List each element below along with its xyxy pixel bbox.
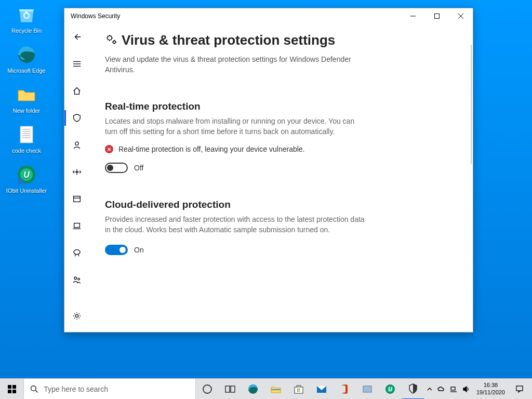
desktop-document[interactable]: code check	[3, 123, 50, 154]
section-title: Cloud-delivered protection	[105, 199, 452, 210]
gear-pair-icon	[105, 33, 117, 48]
error-icon: ✕	[105, 145, 113, 153]
start-button[interactable]	[0, 379, 23, 400]
iobit-icon: U	[15, 163, 38, 186]
section-desc: Provides increased and faster protection…	[105, 215, 365, 235]
edge-icon	[15, 43, 38, 66]
svg-point-27	[75, 314, 78, 317]
realtime-toggle[interactable]	[105, 163, 128, 173]
section-realtime: Real-time protection Locates and stops m…	[105, 101, 452, 173]
page-title: Virus & threat protection settings	[122, 32, 335, 48]
nav-rail	[64, 24, 89, 332]
document-icon	[15, 123, 38, 146]
system-tray: 16:38 19/11/2020	[424, 379, 532, 400]
minimize-button[interactable]	[401, 8, 425, 24]
svg-rect-30	[8, 385, 11, 389]
svg-rect-45	[299, 390, 300, 392]
svg-rect-42	[297, 389, 299, 390]
taskbar-edge[interactable]	[242, 379, 264, 400]
svg-rect-40	[271, 389, 281, 390]
svg-text:U: U	[388, 387, 392, 392]
nav-account[interactable]	[66, 136, 87, 154]
taskbar-app-generic[interactable]	[356, 379, 379, 400]
task-view-button[interactable]	[219, 379, 242, 400]
desktop-icon-label: Microsoft Edge	[7, 68, 45, 74]
svg-rect-21	[74, 196, 81, 202]
taskbar-search[interactable]: Type here to search	[23, 379, 196, 400]
scroll-indicator[interactable]	[471, 45, 472, 164]
svg-line-35	[36, 390, 38, 392]
svg-rect-43	[299, 389, 300, 390]
svg-rect-41	[295, 387, 303, 393]
svg-rect-11	[18, 179, 23, 184]
svg-rect-53	[516, 386, 523, 391]
tray-overflow[interactable]	[424, 379, 435, 400]
svg-point-26	[78, 278, 80, 280]
svg-point-25	[74, 277, 77, 280]
svg-point-29	[113, 41, 116, 43]
taskbar-explorer[interactable]	[264, 379, 287, 400]
svg-point-34	[31, 385, 36, 391]
svg-text:U: U	[23, 170, 30, 179]
hamburger-button[interactable]	[66, 55, 87, 73]
page-subtitle: View and update the virus & threat prote…	[105, 55, 354, 75]
desktop-folder[interactable]: New folder	[3, 83, 50, 114]
taskbar: Type here to search U 16:38 19/11/2020	[0, 378, 532, 399]
search-placeholder: Type here to search	[44, 385, 108, 393]
desktop-icon-label: IObit Uninstaller	[6, 188, 47, 194]
cortana-button[interactable]	[196, 379, 219, 400]
svg-point-36	[203, 385, 211, 393]
nav-device-security[interactable]	[66, 217, 87, 235]
recycle-bin-icon	[15, 3, 38, 26]
svg-rect-31	[12, 385, 16, 389]
folder-icon	[15, 83, 38, 106]
taskbar-clock[interactable]: 16:38 19/11/2020	[472, 382, 509, 395]
toggle-state-label: Off	[134, 164, 143, 172]
svg-point-28	[108, 36, 112, 40]
svg-rect-44	[297, 390, 299, 392]
svg-rect-2	[20, 126, 33, 143]
taskbar-store[interactable]	[287, 379, 310, 400]
taskbar-security[interactable]	[402, 379, 424, 400]
windows-security-window: Windows Security	[64, 8, 473, 332]
window-title: Windows Security	[71, 12, 120, 20]
nav-family[interactable]	[66, 271, 87, 289]
svg-rect-38	[231, 386, 235, 392]
action-center-button[interactable]	[509, 379, 530, 400]
close-button[interactable]	[449, 8, 473, 24]
nav-home[interactable]	[66, 82, 87, 100]
desktop-icon-label: code check	[12, 148, 41, 154]
desktop-icon-label: Recycle Bin	[11, 28, 42, 34]
content-area: Virus & threat protection settings View …	[89, 24, 473, 332]
desktop-iobit[interactable]: U IObit Uninstaller	[3, 163, 50, 194]
desktop-recycle-bin[interactable]: Recycle Bin	[3, 3, 50, 34]
taskbar-office[interactable]	[333, 379, 356, 400]
svg-rect-37	[225, 386, 230, 392]
cloud-toggle[interactable]	[105, 245, 128, 255]
svg-rect-32	[8, 390, 11, 393]
svg-rect-23	[74, 223, 80, 228]
svg-rect-33	[12, 390, 16, 393]
desktop-edge[interactable]: Microsoft Edge	[3, 43, 50, 74]
svg-rect-51	[451, 387, 455, 390]
svg-rect-47	[363, 386, 371, 392]
svg-point-19	[75, 142, 78, 145]
nav-performance[interactable]	[66, 244, 87, 262]
nav-settings[interactable]	[66, 307, 87, 325]
taskbar-iobit[interactable]: U	[379, 379, 402, 400]
warning-text: Real-time protection is off, leaving you…	[118, 145, 304, 153]
taskbar-mail[interactable]	[310, 379, 333, 400]
nav-virus-protection[interactable]	[66, 109, 87, 127]
search-icon	[30, 385, 38, 393]
tray-onedrive[interactable]	[435, 379, 447, 400]
nav-app-browser[interactable]	[66, 190, 87, 208]
tray-network[interactable]	[447, 379, 460, 400]
nav-firewall[interactable]	[66, 163, 87, 181]
maximize-button[interactable]	[425, 8, 449, 24]
clock-date: 19/11/2020	[476, 389, 505, 396]
desktop-icon-label: New folder	[13, 108, 41, 114]
back-button[interactable]	[66, 28, 87, 46]
section-cloud: Cloud-delivered protection Provides incr…	[105, 199, 452, 255]
tray-volume[interactable]	[460, 379, 472, 400]
section-desc: Locates and stops malware from installin…	[105, 116, 365, 137]
